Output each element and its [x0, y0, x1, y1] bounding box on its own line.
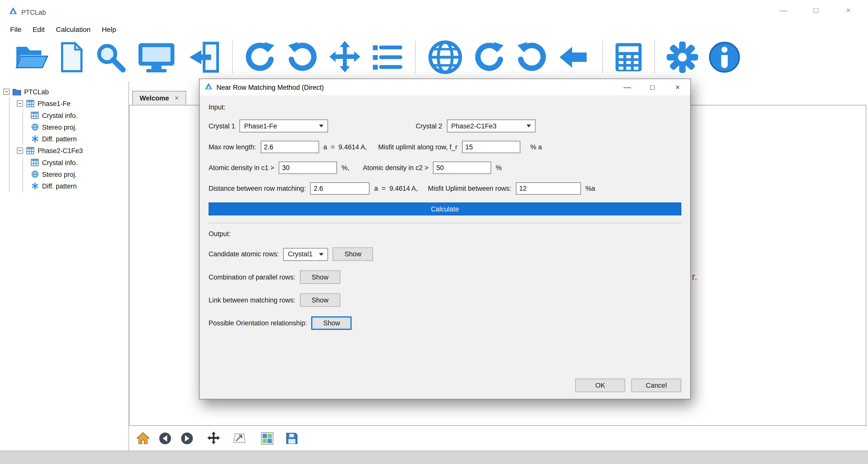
tree-leaf-stereo-proj[interactable]: Stereo proj. — [30, 168, 127, 180]
tab-welcome-label: Welcome — [140, 94, 169, 102]
crystal2-select[interactable]: Phase2-C1Fe3 — [447, 119, 535, 133]
tree-root-label[interactable]: PTCLab — [24, 88, 49, 96]
cancel-button[interactable]: Cancel — [631, 379, 681, 392]
possible-or-show-button[interactable]: Show — [311, 316, 352, 330]
exit-icon[interactable] — [186, 39, 221, 75]
tree-leaf-stereo-proj[interactable]: Stereo proj. — [30, 121, 127, 133]
rotate-ccw-icon[interactable] — [286, 39, 319, 75]
toolbar-separator — [654, 41, 655, 74]
output-section-label: Output: — [209, 230, 681, 238]
tree-node-label[interactable]: Phase1-Fe — [38, 99, 70, 108]
possible-or-row: Possible Orientation relationship: Show — [209, 316, 681, 330]
misfit-uplimit-rows-unit: %a — [585, 184, 595, 193]
zoom-icon[interactable] — [94, 39, 127, 75]
stereo-globe-icon[interactable] — [427, 39, 464, 75]
back-icon[interactable] — [157, 431, 172, 445]
distance-label: Distance between row matching: — [209, 184, 306, 193]
maximize-icon[interactable]: □ — [811, 6, 821, 15]
max-row-length-input[interactable] — [261, 141, 319, 153]
calculator-icon[interactable] — [614, 39, 643, 75]
tree-leaf-diff-pattern[interactable]: Diff. pattern — [30, 133, 127, 145]
tree-branch: Crystal info. Stereo proj. Diff. pattern — [23, 156, 127, 192]
menu-calculation[interactable]: Calculation — [50, 24, 96, 35]
calculate-button[interactable]: Calculate — [209, 202, 681, 215]
minimize-icon[interactable]: — — [778, 6, 788, 15]
dialog-titlebar[interactable]: Near Row Matching Method (Direct) — □ × — [199, 79, 690, 95]
toolbar-separator — [602, 41, 603, 74]
distance-input[interactable] — [310, 182, 370, 195]
candidate-selected-value: Crystal1 — [288, 250, 312, 258]
chevron-down-icon — [319, 253, 324, 256]
tab-welcome[interactable]: Welcome × — [132, 91, 186, 105]
crystal1-label: Crystal 1 — [209, 122, 235, 130]
crystal1-select[interactable]: Phase1-Fe — [240, 119, 329, 133]
tab-close-icon[interactable]: × — [175, 94, 179, 102]
display-icon[interactable] — [136, 39, 177, 75]
dialog-footer: OK Cancel — [576, 379, 681, 392]
density-c1-input[interactable] — [279, 162, 337, 174]
collapse-toggle-icon[interactable] — [17, 148, 23, 154]
tree-leaf-diff-pattern[interactable]: Diff. pattern — [30, 180, 127, 192]
rotate-ccw-2-icon[interactable] — [515, 39, 548, 75]
candidate-crystal-select[interactable]: Crystal1 — [283, 248, 328, 261]
link-label: Link between matching rows: — [209, 296, 295, 304]
tree-leaf-label[interactable]: Crystal info. — [42, 112, 78, 119]
rotate-cw-icon[interactable] — [244, 39, 277, 75]
dialog-title: Near Row Matching Method (Direct) — [217, 83, 324, 91]
open-folder-icon[interactable] — [15, 39, 50, 75]
tree-node-phase2[interactable]: Phase2-C1Fe3 — [17, 145, 127, 156]
main-toolbar — [0, 36, 868, 81]
close-icon[interactable]: × — [843, 6, 854, 15]
list-icon[interactable] — [371, 39, 404, 75]
tree-leaf-label[interactable]: Stereo proj. — [42, 123, 77, 131]
save-icon[interactable] — [284, 431, 299, 445]
globe-icon — [30, 171, 39, 178]
menu-edit[interactable]: Edit — [27, 24, 50, 35]
dialog-minimize-icon[interactable]: — — [615, 79, 640, 95]
menu-file[interactable]: File — [4, 24, 27, 35]
misfit-uplimit-row-label: Misfit uplimit along row, f_r — [378, 143, 457, 151]
misfit-uplimit-row-input[interactable] — [462, 141, 520, 153]
misfit-uplimit-rows-input[interactable] — [516, 182, 581, 195]
globe-icon — [30, 123, 39, 130]
dialog-maximize-icon[interactable]: □ — [640, 79, 665, 95]
tree-node-label[interactable]: Phase2-C1Fe3 — [38, 147, 83, 154]
candidate-rows-label: Candidate atomic rows: — [209, 250, 279, 258]
dialog-near-row-matching: Near Row Matching Method (Direct) — □ × … — [199, 79, 691, 399]
distance-row: Distance between row matching: a = 9.461… — [209, 182, 681, 195]
tree-leaf-label[interactable]: Stereo proj. — [42, 170, 77, 178]
tree-root-row[interactable]: PTCLab — [3, 86, 127, 97]
forward-icon[interactable] — [180, 431, 194, 445]
rotate-cw-2-icon[interactable] — [473, 39, 506, 75]
candidate-show-button[interactable]: Show — [333, 247, 373, 261]
menu-help[interactable]: Help — [96, 24, 122, 35]
collapse-toggle-icon[interactable] — [17, 100, 23, 107]
tree-leaf-label[interactable]: Crystal info. — [42, 158, 78, 167]
collapse-toggle-icon[interactable] — [3, 89, 10, 95]
new-file-icon[interactable] — [59, 39, 85, 75]
move-icon[interactable] — [328, 39, 362, 75]
misfit-uplimit-row-unit: % a — [530, 143, 542, 151]
combination-show-button[interactable]: Show — [300, 270, 340, 284]
crystal1-selected-value: Phase1-Fe — [244, 122, 277, 130]
about-info-icon[interactable] — [708, 39, 741, 75]
settings-gear-icon[interactable] — [666, 39, 699, 75]
tree-leaf-label[interactable]: Diff. pattern — [42, 135, 77, 143]
tree-node-phase1[interactable]: Phase1-Fe — [17, 98, 127, 110]
home-icon[interactable] — [136, 431, 151, 445]
subplots-icon[interactable] — [260, 431, 274, 445]
chevron-down-icon — [319, 125, 324, 127]
tree-leaf-label[interactable]: Diff. pattern — [42, 182, 77, 190]
combination-label: Combination of parallel rows: — [209, 273, 295, 281]
ok-button[interactable]: OK — [576, 379, 625, 392]
back-arrow-icon[interactable] — [557, 39, 591, 75]
tree-leaf-crystal-info[interactable]: Crystal info. — [30, 156, 127, 168]
tree-leaf-crystal-info[interactable]: Crystal info. — [30, 110, 127, 121]
pan-icon[interactable] — [206, 431, 221, 445]
link-show-button[interactable]: Show — [300, 293, 340, 307]
dialog-close-icon[interactable]: × — [665, 79, 690, 95]
zoom-rect-icon[interactable] — [232, 431, 247, 445]
density-c2-input[interactable] — [433, 162, 491, 174]
section-divider — [209, 223, 681, 223]
menu-bar: File Edit Calculation Help — [0, 23, 868, 36]
